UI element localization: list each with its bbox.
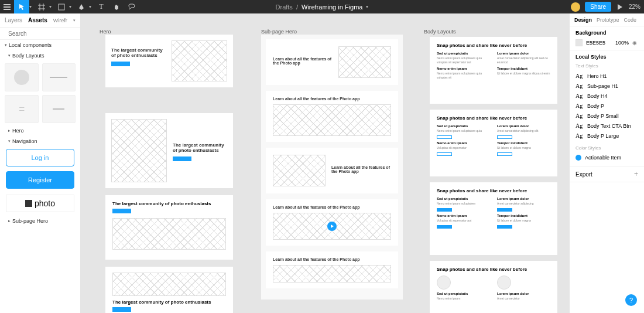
export-label: Export xyxy=(576,171,592,178)
present-button[interactable] xyxy=(616,4,624,10)
frame-label-subpage[interactable]: Sub-page Hero xyxy=(261,29,297,35)
comment-tool[interactable] xyxy=(124,0,139,13)
frame-label-hero[interactable]: Hero xyxy=(100,29,111,35)
body-frame-3[interactable]: Snap photos and share like never before … xyxy=(430,182,557,255)
body-frame-4[interactable]: Snap photos and share like never before … xyxy=(430,261,557,313)
asset-search xyxy=(0,28,80,40)
text-style-row[interactable]: AgBody P Large xyxy=(576,131,638,141)
body-headline: Snap photos and share like never before xyxy=(437,188,550,193)
section-body-layouts[interactable]: ▾Body Layouts xyxy=(0,50,80,61)
shape-tool-chevron[interactable]: ▾ xyxy=(69,4,74,9)
left-panel: Layers Assets Wireframing in... ▾ ▾Local… xyxy=(0,13,81,313)
help-button[interactable]: ? xyxy=(625,294,637,306)
logo-component[interactable]: photo xyxy=(6,195,74,212)
page-chevron-icon: ▾ xyxy=(73,18,76,23)
subpage-headline: Learn about all the features of the Phot… xyxy=(331,165,391,173)
color-style-row[interactable]: Actionable Item xyxy=(576,153,638,162)
move-tool-chevron[interactable]: ▾ xyxy=(29,4,34,9)
text-style-row[interactable]: AgSub-page H1 xyxy=(576,81,638,91)
frame-tool-chevron[interactable]: ▾ xyxy=(49,4,54,9)
canvas[interactable]: Hero The largest community of photo enth… xyxy=(81,13,569,313)
export-section[interactable]: Export + xyxy=(570,166,644,182)
visibility-toggle[interactable]: ◉ xyxy=(632,40,638,46)
user-avatar[interactable] xyxy=(571,2,580,12)
breadcrumb[interactable]: Drafts / Wireframing in Figma ▾ xyxy=(276,4,369,11)
hand-tool[interactable] xyxy=(109,0,124,13)
color-styles-label: Color Styles xyxy=(576,145,638,151)
toolbar-right: Share 22% xyxy=(571,2,644,12)
subpage-headline: Learn about all the features of the Phot… xyxy=(273,257,391,261)
subpage-container[interactable]: Learn about all the features of the Phot… xyxy=(261,35,403,300)
text-style-row[interactable]: AgBody H4 xyxy=(576,91,638,101)
right-panel: Design Prototype Code Background E5E5E5 … xyxy=(569,13,644,313)
section-hero[interactable]: ▸Hero xyxy=(0,125,80,136)
main-menu-button[interactable] xyxy=(0,0,14,13)
hero-frame-1[interactable]: The largest community of photo enthusias… xyxy=(105,35,233,87)
logo-mark-icon xyxy=(25,200,32,207)
logo-text: photo xyxy=(35,199,55,208)
top-toolbar: ▾ ▾ ▾ ▾ T Drafts / Wireframing in Figma … xyxy=(0,0,644,13)
register-component[interactable]: Register xyxy=(6,171,74,189)
body-headline: Snap photos and share like never before xyxy=(437,115,550,121)
section-subpage-hero[interactable]: ▸Sub-page Hero xyxy=(0,216,80,226)
pen-tool-chevron[interactable]: ▾ xyxy=(89,4,94,9)
bg-hex-value[interactable]: E5E5E5 xyxy=(586,40,605,46)
shape-tool[interactable] xyxy=(54,0,69,13)
tab-layers[interactable]: Layers xyxy=(5,17,22,23)
subpage-headline: Learn about all the features of the Phot… xyxy=(273,97,391,101)
pen-tool[interactable] xyxy=(74,0,89,13)
toolbar-left: ▾ ▾ ▾ ▾ T xyxy=(0,0,139,13)
body-frame-1[interactable]: Snap photos and share like never before … xyxy=(430,37,557,104)
document-name: Wireframing in Figma xyxy=(302,4,363,11)
component-thumb[interactable] xyxy=(42,63,76,91)
bg-opacity-value[interactable]: 100% xyxy=(615,40,629,46)
add-export-button[interactable]: + xyxy=(634,170,638,178)
breadcrumb-separator: / xyxy=(296,4,298,11)
hero-headline: The largest community of photo enthusias… xyxy=(173,142,224,153)
body-frame-2[interactable]: Snap photos and share like never before … xyxy=(430,110,557,176)
local-styles-label: Local Styles xyxy=(576,54,638,60)
hero-headline: The largest community of photo enthusias… xyxy=(112,201,211,206)
section-navigation[interactable]: ▾Navigation xyxy=(0,136,80,147)
text-style-row[interactable]: AgBody P xyxy=(576,101,638,111)
tab-design[interactable]: Design xyxy=(574,17,592,23)
text-style-row[interactable]: AgBody P Small xyxy=(576,111,638,121)
component-thumb[interactable] xyxy=(42,95,76,123)
hero-frame-2[interactable]: The largest community of photo enthusias… xyxy=(105,113,233,188)
pen-icon xyxy=(78,4,85,11)
hero-frame-3[interactable]: The largest community of photo enthusias… xyxy=(105,195,233,260)
share-button[interactable]: Share xyxy=(585,2,611,12)
move-tool[interactable] xyxy=(14,0,29,13)
text-styles-label: Text Styles xyxy=(576,63,638,69)
text-icon: T xyxy=(99,2,103,11)
text-style-row[interactable]: AgBody Text CTA Btn xyxy=(576,121,638,131)
background-section: Background E5E5E5 100% ◉ xyxy=(570,26,644,50)
rectangle-icon xyxy=(58,4,65,11)
frame-icon xyxy=(38,4,45,11)
text-tool[interactable]: T xyxy=(94,0,109,13)
component-thumb[interactable] xyxy=(5,63,39,91)
body-headline: Snap photos and share like never before xyxy=(437,43,550,48)
hero-frame-4[interactable]: The largest community of photo enthusias… xyxy=(105,267,233,313)
section-local-components[interactable]: ▾Local components xyxy=(0,40,80,50)
subpage-headline: Learn about all the features of the Phot… xyxy=(273,205,391,209)
cursor-icon xyxy=(18,4,25,11)
bg-color-swatch[interactable] xyxy=(576,39,583,46)
subpage-headline: Learn about all the features of the Phot… xyxy=(273,57,333,65)
hero-headline: The largest community of photo enthusias… xyxy=(111,47,163,58)
tab-prototype[interactable]: Prototype xyxy=(597,17,619,23)
component-grid-body: ━━━━━━━━ xyxy=(0,61,80,125)
tab-assets[interactable]: Assets xyxy=(28,17,47,23)
page-selector[interactable]: Wireframing in... xyxy=(53,18,67,23)
frame-label-body[interactable]: Body Layouts xyxy=(424,29,456,35)
color-dot-icon xyxy=(576,155,581,161)
zoom-level[interactable]: 22% xyxy=(629,4,640,10)
frame-tool[interactable] xyxy=(34,0,49,13)
play-button-icon xyxy=(327,222,337,231)
search-input[interactable] xyxy=(8,30,81,37)
hero-headline: The largest community of photo enthusias… xyxy=(112,300,211,305)
login-component[interactable]: Log in xyxy=(6,149,74,166)
component-thumb[interactable]: ━━━━━━━━ xyxy=(5,95,39,123)
tab-code[interactable]: Code xyxy=(624,17,637,23)
text-style-row[interactable]: AgHero H1 xyxy=(576,71,638,81)
